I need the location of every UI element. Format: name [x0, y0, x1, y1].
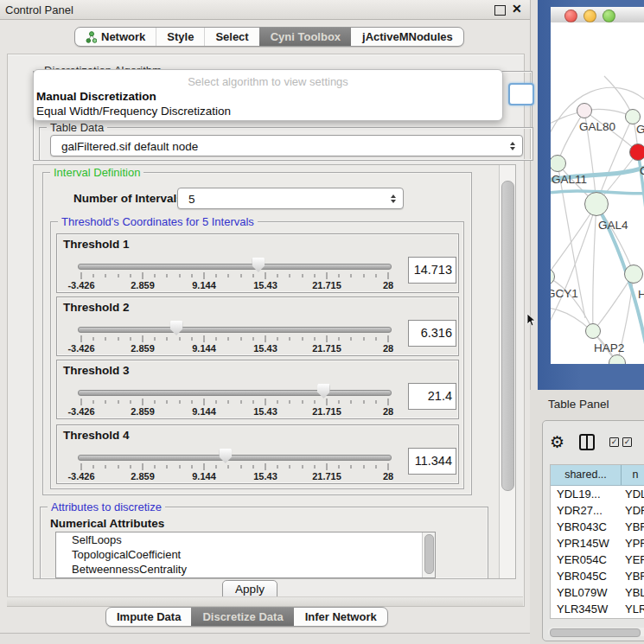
close-icon[interactable]: ✕: [512, 2, 522, 16]
checkbox-icon[interactable]: ✓: [622, 437, 632, 447]
tab-jactivemnodules[interactable]: jActiveMNodules: [351, 28, 463, 46]
float-window-icon[interactable]: [494, 5, 506, 16]
tab-impute-data[interactable]: Impute Data: [106, 608, 191, 626]
list-item[interactable]: BetweennessCentrality: [56, 562, 435, 577]
node-label: H: [638, 288, 644, 301]
slider-track[interactable]: [78, 327, 392, 333]
list-item[interactable]: TopologicalCoefficient: [56, 547, 435, 562]
threshold-value-field[interactable]: 21.4: [408, 383, 456, 410]
threshold-label: Threshold 2: [63, 301, 130, 314]
tab-select[interactable]: Select: [204, 28, 258, 46]
table-cell[interactable]: YDR27...: [551, 502, 622, 519]
spinner-arrows-icon: [391, 194, 396, 203]
table-cell[interactable]: YDL1: [622, 486, 644, 502]
table-body: YDL19...YDL1YDR27...YDR2YBR043CYBR0YPR14…: [551, 486, 644, 619]
tab-cyni-toolbox[interactable]: Cyni Toolbox: [259, 28, 351, 46]
node-table[interactable]: shared... n YDL19...YDL1YDR27...YDR2YBR0…: [550, 464, 644, 619]
table-row[interactable]: YBR043CYBR0: [551, 519, 644, 535]
vertical-scrollbar[interactable]: [499, 165, 515, 578]
slider-track[interactable]: [78, 390, 392, 396]
table-row[interactable]: YBL079WYBL0: [551, 584, 644, 601]
threshold-slider[interactable]: -3.4262.8599.14415.4321.71528: [81, 255, 388, 290]
checkbox-icon[interactable]: ✓: [609, 437, 619, 447]
table-cell[interactable]: YBL0: [622, 584, 644, 601]
network-node[interactable]: [585, 323, 601, 339]
slider-ticks: [81, 272, 388, 279]
table-cell[interactable]: YIL052C: [551, 617, 622, 619]
table-row[interactable]: YDL19...YDL1: [551, 486, 644, 502]
column-header[interactable]: n: [622, 465, 644, 485]
column-header[interactable]: shared...: [551, 465, 622, 485]
table-row[interactable]: YDR27...YDR2: [551, 502, 644, 519]
threshold-value-field[interactable]: 11.344: [408, 448, 456, 475]
table-row[interactable]: YLR345WYLR3: [551, 601, 644, 617]
threshold-value-field[interactable]: 6.316: [408, 320, 456, 347]
table-cell[interactable]: YBR0: [622, 568, 644, 584]
num-intervals-combobox[interactable]: 5: [177, 188, 404, 209]
thresholds-group: Threshold's Coordinates for 5 Intervals …: [50, 221, 464, 489]
table-cell[interactable]: YPR1: [622, 535, 644, 552]
tab-style[interactable]: Style: [156, 28, 204, 46]
node-label: GA: [636, 123, 644, 136]
split-columns-icon[interactable]: [579, 434, 595, 450]
slider-tick-labels: -3.4262.8599.14415.4321.71528: [81, 280, 388, 290]
table-row[interactable]: YER054CYER0: [551, 552, 644, 568]
list-scrollbar[interactable]: [422, 532, 435, 577]
tab-label: Select: [215, 30, 248, 43]
threshold-slider[interactable]: -3.4262.8599.14415.4321.71528: [81, 318, 388, 353]
tab-label: jActiveMNodules: [362, 30, 453, 43]
table-data-combobox[interactable]: galFiltered.sif default node: [50, 135, 523, 156]
threshold-label: Threshold 3: [63, 364, 130, 377]
horizontal-scrollbar[interactable]: [548, 628, 644, 636]
threshold-slider[interactable]: -3.4262.8599.14415.4321.71528: [81, 446, 388, 481]
slider-ticks: [81, 399, 388, 405]
minimize-traffic-light-icon[interactable]: [583, 10, 596, 22]
gear-icon[interactable]: ⚙: [550, 434, 564, 450]
dropdown-item-equal-width[interactable]: Equal Width/Frequency Discretization: [36, 105, 231, 118]
scrollbar-thumb[interactable]: [550, 628, 641, 637]
table-cell[interactable]: YBR043C: [551, 519, 622, 535]
table-cell[interactable]: YBL079W: [551, 584, 622, 601]
table-cell[interactable]: YDL19...: [551, 486, 622, 502]
table-cell[interactable]: YBR045C: [551, 568, 622, 584]
slider-thumb[interactable]: [317, 384, 330, 399]
panel-title: Control Panel: [5, 3, 73, 16]
algorithm-combobox[interactable]: [508, 83, 534, 105]
spinner-arrows-icon: [510, 142, 515, 150]
table-cell[interactable]: YBR0: [622, 519, 644, 535]
table-cell[interactable]: YER054C: [551, 552, 622, 568]
tab-network[interactable]: Network: [75, 28, 156, 46]
threshold-slider[interactable]: -3.4262.8599.14415.4321.71528: [81, 381, 388, 416]
table-cell[interactable]: YPR145W: [551, 535, 622, 552]
table-row[interactable]: YBR045CYBR0: [551, 568, 644, 584]
dropdown-item-manual-discretization[interactable]: Manual Discretization: [36, 90, 156, 103]
slider-track[interactable]: [78, 455, 392, 461]
table-cell[interactable]: YLR3: [622, 601, 644, 617]
numerical-attributes-list[interactable]: SelfLoopsTopologicalCoefficientBetweenne…: [55, 532, 436, 578]
combobox-value: galFiltered.sif default node: [61, 139, 198, 152]
scrollbar-thumb[interactable]: [501, 181, 514, 491]
table-row[interactable]: YPR145WYPR1: [551, 535, 644, 552]
table-cell[interactable]: YER0: [622, 552, 644, 568]
slider-thumb[interactable]: [252, 258, 265, 272]
list-item[interactable]: SelfLoops: [56, 532, 435, 547]
tab-discretize-data[interactable]: Discretize Data: [191, 608, 293, 626]
network-node[interactable]: [577, 103, 592, 118]
table-row[interactable]: YIL052CYIL0: [551, 617, 644, 619]
close-traffic-light-icon[interactable]: [564, 10, 577, 22]
panel-bottom-strip: [7, 596, 523, 606]
table-panel-title: Table Panel: [548, 398, 609, 411]
tab-infer-network[interactable]: Infer Network: [294, 608, 387, 626]
slider-track[interactable]: [78, 264, 392, 270]
slider-thumb[interactable]: [219, 449, 232, 463]
table-cell[interactable]: YDR2: [622, 502, 644, 519]
network-canvas[interactable]: GAL80GACGAL11GAL4GCY1HHAP2: [551, 22, 644, 364]
zoom-traffic-light-icon[interactable]: [603, 10, 615, 22]
table-cell[interactable]: YLR345W: [551, 601, 622, 617]
network-node[interactable]: [629, 143, 644, 161]
network-node[interactable]: [624, 265, 643, 284]
table-cell[interactable]: YIL0: [622, 617, 644, 619]
network-node[interactable]: [584, 192, 609, 216]
threshold-value-field[interactable]: 14.713: [408, 257, 456, 284]
slider-thumb[interactable]: [170, 321, 183, 335]
